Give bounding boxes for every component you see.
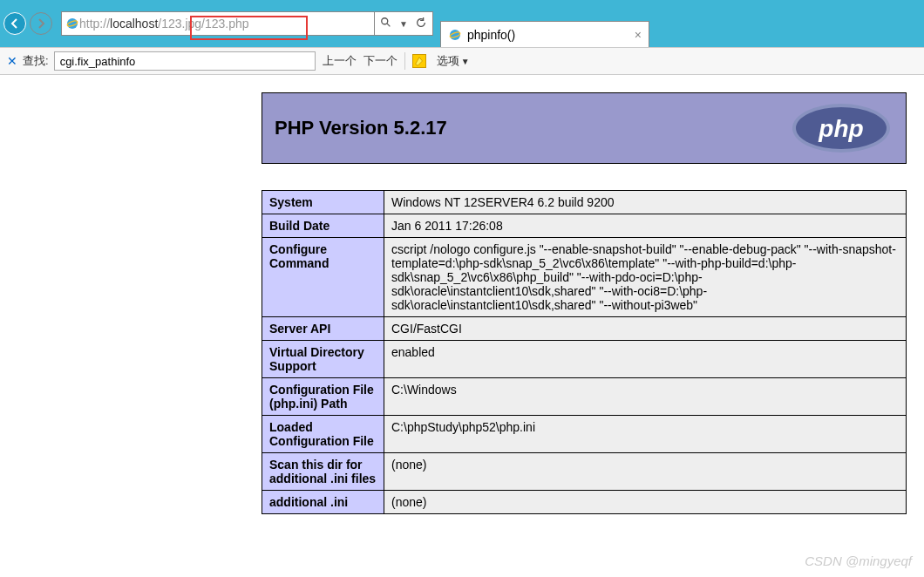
row-key: Configuration File (php.ini) Path [262,378,384,416]
svg-text:php: php [818,115,863,142]
table-row: additional .ini(none) [262,491,907,514]
row-key: Virtual Directory Support [262,341,384,378]
back-button[interactable] [3,12,26,35]
row-value: C:\phpStudy\php52\php.ini [384,416,907,453]
row-key: Loaded Configuration File [262,416,384,453]
row-value: C:\Windows [384,378,907,416]
findbar-close-icon[interactable]: ✕ [7,54,17,68]
find-label: 查找: [23,53,49,69]
tab-title: phpinfo() [467,28,515,42]
chevron-down-icon: ▼ [461,57,470,66]
table-row: Loaded Configuration FileC:\phpStudy\php… [262,416,907,453]
highlight-icon[interactable] [412,54,426,68]
find-next-button[interactable]: 下一个 [363,53,397,69]
table-row: Build DateJan 6 2011 17:26:08 [262,214,907,238]
table-row: Configuration File (php.ini) PathC:\Wind… [262,378,907,416]
row-key: Server API [262,317,384,341]
find-bar: ✕ 查找: 上一个 下一个 选项▼ [0,47,924,75]
tab-phpinfo[interactable]: phpinfo() × [440,21,649,47]
row-value: (none) [384,491,907,514]
page-content: PHP Version 5.2.17 php SystemWindows NT … [0,75,924,514]
ie-icon [448,28,462,42]
row-value: Windows NT 12SERVER4 6.2 build 9200 [384,191,907,214]
ie-icon [65,17,79,31]
refresh-icon[interactable] [415,17,427,31]
row-value: cscript /nologo configure.js "--enable-s… [384,238,907,317]
watermark: CSDN @mingyeqf [805,553,912,568]
separator [404,52,405,70]
find-options-button[interactable]: 选项▼ [437,53,470,69]
search-icon[interactable] [380,17,392,31]
row-key: Scan this dir for additional .ini files [262,453,384,491]
table-row: SystemWindows NT 12SERVER4 6.2 build 920… [262,191,907,214]
php-header: PHP Version 5.2.17 php [262,92,907,164]
page-title: PHP Version 5.2.17 [275,117,447,139]
row-value: CGI/FastCGI [384,317,907,341]
address-buttons: ▼ [375,11,433,36]
find-prev-button[interactable]: 上一个 [323,53,357,69]
address-bar[interactable]: http://localhost/123.jpg/123.php [61,11,375,36]
browser-toolbar: http://localhost/123.jpg/123.php ▼ phpin… [0,0,924,47]
dropdown-icon[interactable]: ▼ [399,19,408,29]
tab-strip: phpinfo() × [440,0,649,47]
url-text[interactable]: http://localhost/123.jpg/123.php [79,17,370,31]
row-value: (none) [384,453,907,491]
row-value: Jan 6 2011 17:26:08 [384,214,907,238]
svg-line-3 [387,23,391,26]
forward-button[interactable] [30,12,52,35]
row-key: Configure Command [262,238,384,317]
table-row: Configure Commandcscript /nologo configu… [262,238,907,317]
table-row: Server APICGI/FastCGI [262,317,907,341]
table-row: Virtual Directory Supportenabled [262,341,907,378]
php-logo: php [789,102,893,154]
row-key: Build Date [262,214,384,238]
phpinfo-table: SystemWindows NT 12SERVER4 6.2 build 920… [262,190,907,514]
table-row: Scan this dir for additional .ini files(… [262,453,907,491]
row-key: additional .ini [262,491,384,514]
row-value: enabled [384,341,907,378]
close-icon[interactable]: × [635,28,642,42]
find-input[interactable] [54,51,316,71]
row-key: System [262,191,384,214]
svg-point-2 [382,17,388,24]
